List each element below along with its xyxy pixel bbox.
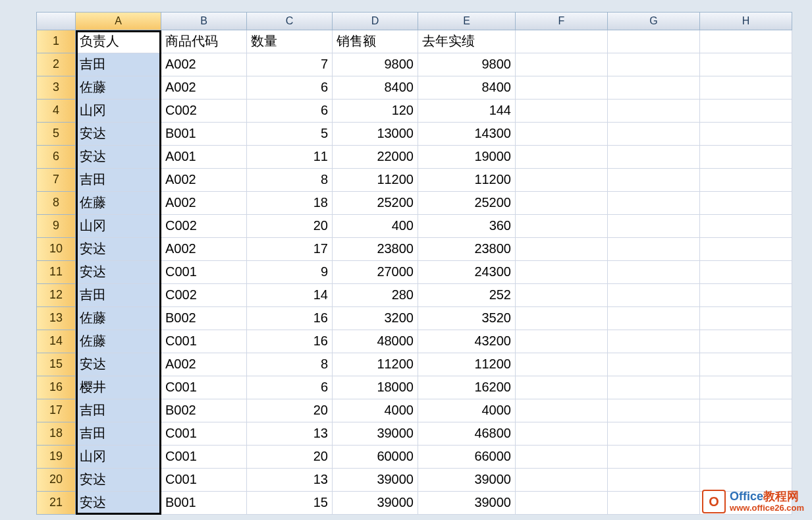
row-header-10[interactable]: 10 [36,238,76,261]
cell-D[interactable]: 11200 [333,353,418,376]
cell-B[interactable]: A002 [161,192,247,215]
cell-F[interactable] [516,330,608,353]
cell-B[interactable]: A002 [161,53,247,76]
row-header-5[interactable]: 5 [36,123,76,146]
cell-A[interactable]: 安达 [76,353,161,376]
cell-B[interactable]: B002 [161,307,247,330]
cell-F[interactable] [516,261,608,284]
cell-H[interactable] [700,330,792,353]
cell-B[interactable]: A002 [161,238,247,261]
row-header-1[interactable]: 1 [36,30,76,53]
cell-C[interactable]: 18 [247,192,333,215]
cell-F[interactable] [516,284,608,307]
column-header-B[interactable]: B [161,12,247,30]
cell-F[interactable] [516,422,608,446]
cell-D[interactable]: 120 [333,100,418,123]
row-header-13[interactable]: 13 [36,307,76,330]
cell-D[interactable]: 400 [333,215,418,238]
cell-B[interactable]: C002 [161,100,247,123]
cell-G[interactable] [608,330,700,353]
row-header-3[interactable]: 3 [36,76,76,100]
cell-F[interactable] [516,169,608,192]
cell-C[interactable]: 16 [247,330,333,353]
cell-E[interactable]: 4000 [418,399,516,422]
cell-B[interactable]: C001 [161,376,247,399]
cell-H[interactable] [700,261,792,284]
cell-D[interactable]: 25200 [333,192,418,215]
cell-E[interactable]: 14300 [418,123,516,146]
cell-F[interactable] [516,30,608,53]
row-header-2[interactable]: 2 [36,53,76,76]
cell-D[interactable]: 280 [333,284,418,307]
cell-E[interactable]: 43200 [418,330,516,353]
cell-C[interactable]: 7 [247,53,333,76]
cell-B[interactable]: C002 [161,215,247,238]
cell-A[interactable]: 安达 [76,261,161,284]
cell-C[interactable]: 8 [247,169,333,192]
cell-G[interactable] [608,100,700,123]
cell-B[interactable]: A002 [161,169,247,192]
cell-E[interactable]: 11200 [418,169,516,192]
cell-A[interactable]: 吉田 [76,422,161,446]
row-header-20[interactable]: 20 [36,469,76,492]
cell-B[interactable]: A002 [161,353,247,376]
cell-A[interactable]: 吉田 [76,284,161,307]
cell-A[interactable]: 安达 [76,123,161,146]
column-header-C[interactable]: C [247,12,333,30]
cell-F[interactable] [516,307,608,330]
cell-F[interactable] [516,215,608,238]
cell-E[interactable]: 66000 [418,446,516,469]
cell-D[interactable]: 48000 [333,330,418,353]
cell-A[interactable]: 安达 [76,238,161,261]
row-header-16[interactable]: 16 [36,376,76,399]
cell-G[interactable] [608,215,700,238]
column-header-D[interactable]: D [333,12,418,30]
cell-A[interactable]: 佐藤 [76,192,161,215]
cell-A[interactable]: 佐藤 [76,76,161,100]
cell-D[interactable]: 18000 [333,376,418,399]
cell-E[interactable]: 24300 [418,261,516,284]
cell-C[interactable]: 17 [247,238,333,261]
cell-E[interactable]: 25200 [418,192,516,215]
row-header-8[interactable]: 8 [36,192,76,215]
cell-D[interactable]: 39000 [333,422,418,446]
cell-A[interactable]: 负责人 [76,30,161,53]
cell-E[interactable]: 19000 [418,146,516,169]
cell-G[interactable] [608,446,700,469]
cell-F[interactable] [516,100,608,123]
cell-F[interactable] [516,53,608,76]
cell-H[interactable] [700,376,792,399]
cell-G[interactable] [608,307,700,330]
cell-G[interactable] [608,284,700,307]
cell-F[interactable] [516,353,608,376]
column-header-H[interactable]: H [700,12,792,30]
cell-H[interactable] [700,146,792,169]
row-header-9[interactable]: 9 [36,215,76,238]
cell-B[interactable]: C001 [161,330,247,353]
cell-H[interactable] [700,30,792,53]
cell-G[interactable] [608,30,700,53]
cell-G[interactable] [608,238,700,261]
cell-G[interactable] [608,261,700,284]
cell-H[interactable] [700,215,792,238]
cell-C[interactable]: 6 [247,376,333,399]
cell-F[interactable] [516,146,608,169]
column-header-A[interactable]: A [76,12,161,30]
cell-grid[interactable]: 负责人商品代码数量销售额去年实绩吉田A002798009800佐藤A002684… [76,30,812,520]
cell-B[interactable]: C002 [161,284,247,307]
cell-H[interactable] [700,307,792,330]
cell-D[interactable]: 13000 [333,123,418,146]
cell-A[interactable]: 吉田 [76,399,161,422]
cell-A[interactable]: 山冈 [76,215,161,238]
cell-A[interactable]: 吉田 [76,169,161,192]
cell-E[interactable]: 360 [418,215,516,238]
cell-B[interactable]: B001 [161,123,247,146]
cell-H[interactable] [700,353,792,376]
cell-G[interactable] [608,192,700,215]
row-header-21[interactable]: 21 [36,492,76,515]
cell-G[interactable] [608,146,700,169]
column-header-G[interactable]: G [608,12,700,30]
cell-D[interactable]: 8400 [333,76,418,100]
cell-E[interactable]: 46800 [418,422,516,446]
cell-D[interactable]: 22000 [333,146,418,169]
